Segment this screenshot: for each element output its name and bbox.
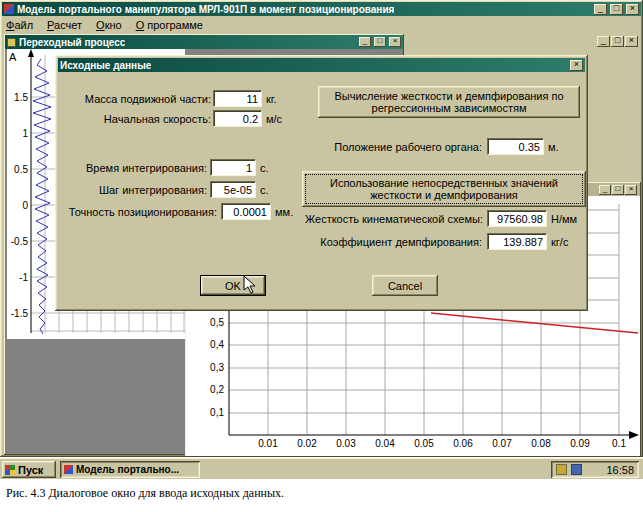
transient-maximize-icon[interactable]: □ bbox=[374, 37, 386, 47]
taskbar-task-button[interactable]: Модель портально... bbox=[60, 461, 200, 478]
transient-titlebar[interactable]: Переходный процесс _ □ × bbox=[5, 35, 403, 49]
dialog-title: Исходные данные bbox=[60, 60, 151, 71]
main-window-title: Модель портального манипулятора МРЛ-901П… bbox=[17, 4, 394, 15]
mass-input[interactable] bbox=[213, 90, 262, 107]
time-label: Время интегрирования: bbox=[63, 162, 207, 174]
right-chart-ytick: 0,2 bbox=[200, 384, 224, 395]
transient-window-title: Переходный процесс bbox=[19, 37, 125, 48]
step-input[interactable] bbox=[210, 181, 256, 198]
right-maximize-icon[interactable]: □ bbox=[612, 185, 624, 195]
minimize-icon[interactable]: _ bbox=[594, 4, 607, 15]
right-chart-xtick: 0.06 bbox=[448, 438, 478, 449]
left-chart-ytick: -0.5 bbox=[8, 236, 28, 247]
transient-close-icon[interactable]: × bbox=[389, 37, 401, 47]
damping-unit: кг/с bbox=[551, 236, 568, 248]
right-chart-xtick: 0.1 bbox=[604, 438, 634, 449]
right-close-icon[interactable]: × bbox=[625, 185, 637, 195]
right-chart-xtick: 0.02 bbox=[292, 438, 322, 449]
time-unit: с. bbox=[260, 162, 269, 174]
windows-logo-icon bbox=[5, 465, 15, 475]
left-chart-ytick: 0.5 bbox=[8, 164, 28, 175]
damping-label: Коэффициент демпфирования: bbox=[305, 236, 482, 248]
cancel-button[interactable]: Cancel bbox=[372, 275, 438, 296]
mass-label: Масса подвижной части: bbox=[73, 93, 211, 105]
right-chart-xtick: 0.08 bbox=[526, 438, 556, 449]
right-chart-xtick: 0.05 bbox=[409, 438, 439, 449]
step-unit: с. bbox=[260, 184, 269, 196]
right-chart-ytick: 0,5 bbox=[200, 317, 224, 328]
clock: 16:58 bbox=[606, 464, 634, 476]
speed-input[interactable] bbox=[213, 110, 262, 127]
left-chart-ytick: -1 bbox=[8, 272, 28, 283]
right-chart-xtick: 0.04 bbox=[370, 438, 400, 449]
menu-window[interactable]: Окно bbox=[96, 19, 122, 31]
menu-calc[interactable]: Расчет bbox=[47, 19, 82, 31]
close-icon[interactable]: × bbox=[626, 4, 639, 15]
dialog-titlebar[interactable]: Исходные данные × bbox=[58, 58, 585, 72]
taskbar: Пуск Модель портально... 16:58 bbox=[0, 458, 643, 479]
right-minimize-icon[interactable]: _ bbox=[599, 185, 611, 195]
right-chart-ytick: 0,4 bbox=[200, 339, 224, 350]
right-chart-xtick: 0.01 bbox=[253, 438, 283, 449]
start-button[interactable]: Пуск bbox=[2, 461, 56, 478]
stiffness-input[interactable] bbox=[487, 210, 547, 227]
regression-button[interactable]: Вычисление жесткости и демпфирования по … bbox=[318, 86, 580, 118]
chart-window-icon bbox=[7, 38, 16, 47]
right-chart-xtick: 0.03 bbox=[331, 438, 361, 449]
left-chart-ytick: 1 bbox=[8, 128, 28, 139]
menu-about[interactable]: О программе bbox=[136, 19, 203, 31]
right-chart-ytick: 0,1 bbox=[200, 407, 224, 418]
dialog-close-icon[interactable]: × bbox=[570, 60, 583, 71]
direct-values-button[interactable]: Использование непосредственных значений … bbox=[302, 171, 586, 207]
transient-minimize-icon[interactable]: _ bbox=[359, 37, 371, 47]
menubar: Файл Расчет Окно О программе bbox=[2, 17, 641, 32]
left-chart-ytick: 0 bbox=[8, 200, 28, 211]
right-chart-ytick: 0,3 bbox=[200, 362, 224, 373]
bg-maximize-icon[interactable]: □ bbox=[611, 36, 624, 47]
figure-caption: Рис. 4.3 Диалоговое окно для ввода исход… bbox=[6, 486, 284, 501]
right-chart-xtick: 0.07 bbox=[487, 438, 517, 449]
accuracy-label: Точность позиционирования: bbox=[63, 206, 217, 218]
right-chart-xtick: 0.09 bbox=[565, 438, 595, 449]
menu-file[interactable]: Файл bbox=[6, 19, 33, 31]
speed-unit: м/с bbox=[266, 113, 282, 125]
app-icon bbox=[4, 4, 14, 14]
maximize-icon[interactable]: □ bbox=[610, 4, 623, 15]
tray-icon[interactable] bbox=[556, 464, 567, 475]
left-chart-axis-label: А bbox=[9, 51, 16, 63]
accuracy-unit: мм. bbox=[275, 206, 293, 218]
position-unit: м. bbox=[548, 141, 559, 153]
stiffness-unit: Н/мм bbox=[551, 213, 577, 225]
position-input[interactable] bbox=[487, 138, 544, 155]
position-label: Положение рабочего органа: bbox=[331, 141, 482, 153]
stiffness-label: Жесткость кинематической схемы: bbox=[305, 213, 482, 225]
task-label: Модель портально... bbox=[76, 464, 179, 475]
main-titlebar[interactable]: Модель портального манипулятора МРЛ-901П… bbox=[2, 2, 641, 16]
screen: Модель портального манипулятора МРЛ-901П… bbox=[0, 0, 643, 512]
bg-close-icon[interactable]: × bbox=[625, 36, 638, 47]
speed-label: Начальная скорость: bbox=[73, 113, 211, 125]
accuracy-input[interactable] bbox=[221, 203, 271, 220]
tray-icon-2[interactable] bbox=[571, 464, 582, 475]
mouse-cursor-icon bbox=[243, 275, 257, 295]
start-label: Пуск bbox=[18, 464, 43, 476]
damping-input[interactable] bbox=[487, 233, 547, 250]
background-window-controls: _ □ × bbox=[597, 36, 638, 47]
bg-minimize-icon[interactable]: _ bbox=[597, 36, 610, 47]
system-tray: 16:58 bbox=[551, 461, 639, 478]
initial-data-dialog: Исходные данные × Масса подвижной части:… bbox=[55, 55, 588, 311]
mass-unit: кг. bbox=[266, 93, 277, 105]
time-input[interactable] bbox=[210, 159, 256, 176]
left-chart-ytick: 1.5 bbox=[8, 92, 28, 103]
left-chart-ytick: -1.5 bbox=[8, 308, 28, 319]
task-icon bbox=[64, 465, 73, 474]
step-label: Шаг интегрирования: bbox=[63, 184, 207, 196]
